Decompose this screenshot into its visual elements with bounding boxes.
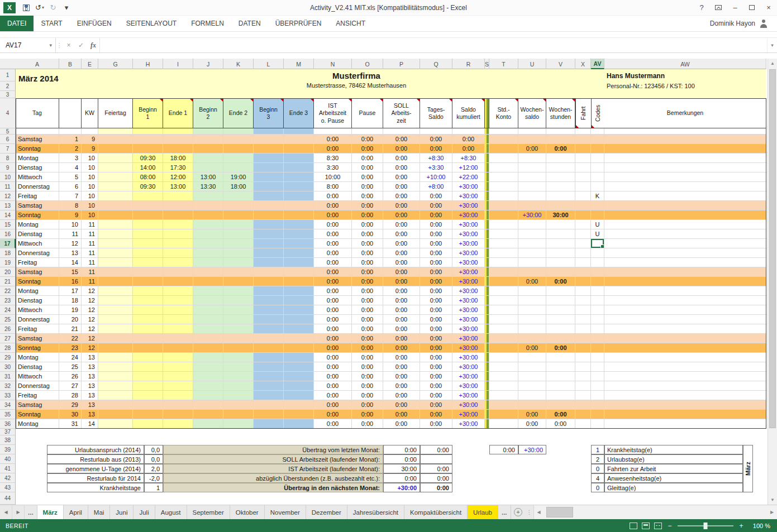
cell-L29[interactable] — [254, 353, 284, 362]
cell-N16[interactable]: 0:00 — [314, 229, 352, 239]
cell-AW29[interactable] — [604, 353, 766, 362]
cell-Q8[interactable]: +8:30 — [420, 154, 452, 163]
cell-P8[interactable]: 0:00 — [383, 154, 420, 163]
cell-Q23[interactable]: 0:00 — [420, 296, 452, 305]
cell-T11[interactable] — [489, 182, 518, 191]
cell-E36[interactable]: 14 — [82, 419, 98, 429]
cell-H13[interactable] — [133, 201, 163, 210]
cell-O29[interactable]: 0:00 — [352, 353, 383, 362]
cell-Q14[interactable]: 0:00 — [420, 210, 452, 220]
cell-E6[interactable]: 9 — [82, 135, 98, 144]
cell-G12[interactable] — [98, 191, 133, 201]
column-header-K[interactable]: K — [223, 59, 254, 69]
cell-J29[interactable] — [193, 353, 223, 362]
cell-U21[interactable]: 0:00 — [518, 277, 546, 286]
cell-G16[interactable] — [98, 229, 133, 239]
summary-left-value-3[interactable]: -2,0 — [144, 473, 163, 483]
cell-AW36[interactable] — [604, 419, 766, 429]
cell-H27[interactable] — [133, 334, 163, 343]
cell-AV28[interactable] — [591, 343, 604, 353]
cell-V30[interactable] — [546, 362, 575, 372]
cell-O36[interactable]: 0:00 — [352, 419, 383, 429]
column-header-J[interactable]: J — [193, 59, 223, 69]
cell-P10[interactable]: 0:00 — [383, 172, 420, 182]
cell-A26[interactable]: Freitag — [16, 324, 59, 334]
row-header-39[interactable]: 39 — [0, 445, 16, 454]
row-header-19[interactable]: 19 — [0, 258, 16, 267]
cell-AV18[interactable] — [591, 248, 604, 258]
cell-K29[interactable] — [223, 353, 254, 362]
cell-H14[interactable] — [133, 210, 163, 220]
cell-P13[interactable]: 0:00 — [383, 201, 420, 210]
cell-K7[interactable] — [223, 144, 254, 154]
cell-J6[interactable] — [193, 135, 223, 144]
cell-T34[interactable] — [489, 400, 518, 410]
cell-AW15[interactable] — [604, 220, 766, 229]
row-header-12[interactable]: 12 — [0, 191, 16, 201]
column-header-R[interactable]: R — [452, 59, 485, 69]
cell-T26[interactable] — [489, 324, 518, 334]
cell-S23[interactable] — [485, 296, 489, 305]
cell-U23[interactable] — [518, 296, 546, 305]
cell-Q18[interactable]: 0:00 — [420, 248, 452, 258]
sheet-tab-urlaub[interactable]: Urlaub — [468, 505, 498, 519]
cell-M8[interactable] — [284, 154, 314, 163]
cell-V9[interactable] — [546, 163, 575, 172]
row-header-36[interactable]: 36 — [0, 419, 16, 429]
cell-J20[interactable] — [193, 267, 223, 277]
cell-G6[interactable] — [98, 135, 133, 144]
cell-AW19[interactable] — [604, 258, 766, 267]
summary-mid-value1-2[interactable]: 30:00 — [383, 464, 420, 473]
row-header-1[interactable]: 1 — [0, 69, 16, 82]
cell-V11[interactable] — [546, 182, 575, 191]
cell-A15[interactable]: Montag — [16, 220, 59, 229]
cell-AW17[interactable] — [604, 239, 766, 248]
cell-T17[interactable] — [489, 239, 518, 248]
cell-T19[interactable] — [489, 258, 518, 267]
cell-L25[interactable] — [254, 315, 284, 324]
row-header-11[interactable]: 11 — [0, 182, 16, 191]
cell-E32[interactable]: 13 — [82, 381, 98, 391]
cell-O30[interactable]: 0:00 — [352, 362, 383, 372]
cell-V26[interactable] — [546, 324, 575, 334]
cell-AV24[interactable] — [591, 305, 604, 315]
cell-M35[interactable] — [284, 410, 314, 419]
customize-qat-button[interactable]: ▾ — [60, 2, 73, 14]
cell-AV9[interactable] — [591, 163, 604, 172]
cell-A33[interactable]: Freitag — [16, 391, 59, 400]
cell-X13[interactable] — [575, 201, 591, 210]
cell-S24[interactable] — [485, 305, 489, 315]
cell-N12[interactable]: 0:00 — [314, 191, 352, 201]
cell-E23[interactable]: 12 — [82, 296, 98, 305]
cell-N35[interactable]: 0:00 — [314, 410, 352, 419]
cell-T5[interactable] — [489, 128, 518, 135]
cell-N11[interactable]: 8:00 — [314, 182, 352, 191]
row-header-33[interactable]: 33 — [0, 391, 16, 400]
cell-B10[interactable]: 5 — [59, 172, 82, 182]
cell-O8[interactable]: 0:00 — [352, 154, 383, 163]
cell-A32[interactable]: Donnerstag — [16, 381, 59, 391]
column-header-N[interactable]: N — [314, 59, 352, 69]
cell-U29[interactable] — [518, 353, 546, 362]
cell-X20[interactable] — [575, 267, 591, 277]
cell-N7[interactable]: 0:00 — [314, 144, 352, 154]
cell-G36[interactable] — [98, 419, 133, 429]
cell-T8[interactable] — [489, 154, 518, 163]
cell-T6[interactable] — [489, 135, 518, 144]
cell-E28[interactable]: 12 — [82, 343, 98, 353]
cell-L30[interactable] — [254, 362, 284, 372]
cell-X8[interactable] — [575, 154, 591, 163]
cell-N20[interactable]: 0:00 — [314, 267, 352, 277]
cell-B23[interactable]: 18 — [59, 296, 82, 305]
column-header-P[interactable]: P — [383, 59, 420, 69]
column-header-X[interactable]: X — [575, 59, 591, 69]
cell-P21[interactable]: 0:00 — [383, 277, 420, 286]
cell-O10[interactable]: 0:00 — [352, 172, 383, 182]
cell-R8[interactable]: +8:30 — [452, 154, 485, 163]
cell-E18[interactable]: 11 — [82, 248, 98, 258]
cell-L5[interactable] — [254, 128, 284, 135]
cell-T21[interactable] — [489, 277, 518, 286]
cell-L15[interactable] — [254, 220, 284, 229]
cell-X34[interactable] — [575, 400, 591, 410]
cell-V19[interactable] — [546, 258, 575, 267]
